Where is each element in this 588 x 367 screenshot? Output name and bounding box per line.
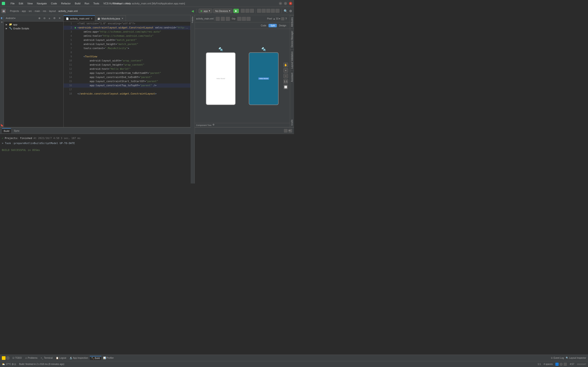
code-line-16: 16 app:layout_constraintTop_toTopOf="par… <box>64 83 190 88</box>
close-button[interactable]: ✕ <box>289 2 292 5</box>
android-icon[interactable]: 🤖 <box>1 9 6 13</box>
api-level-label[interactable]: ▲ 33 ▾ <box>273 17 280 20</box>
preview-eye-btn[interactable] <box>216 17 220 21</box>
device-manager-tab[interactable]: Device Manager <box>290 29 294 49</box>
toolbar-gradle-btn[interactable] <box>262 9 266 13</box>
tab-mainactivity[interactable]: ☕ MainActivity.java ✕ <box>95 15 126 21</box>
view-mode-bar: Code Split Design <box>195 23 290 29</box>
code-line-13: 13 app:layout_constraintBottom_toBottomO… <box>64 71 190 75</box>
menu-build[interactable]: Build <box>74 2 81 5</box>
tab-label-mainactivity: MainActivity.java <box>102 17 120 20</box>
window-controls[interactable]: ─ □ ✕ <box>279 2 292 5</box>
no-devices-label: No Devices <box>215 10 228 12</box>
toolbar-avd-btn[interactable] <box>266 9 270 13</box>
component-tree-settings[interactable]: ⚙ <box>212 123 216 127</box>
menu-run[interactable]: Run <box>84 2 90 5</box>
assistant-tab[interactable]: Assistant <box>290 71 294 84</box>
design-mode-btn[interactable]: Design <box>277 24 288 27</box>
build-panel-close[interactable]: ─ <box>288 129 292 133</box>
preview-dp-label[interactable]: 0dp <box>231 17 237 20</box>
search-button[interactable]: 🔍 <box>284 9 288 13</box>
project-sidebar-icon[interactable]: ◧ <box>0 16 4 20</box>
preview-cursor-btn[interactable] <box>246 17 251 21</box>
preview-toggle-btn[interactable] <box>221 17 225 21</box>
zoom-out-btn[interactable]: − <box>284 74 288 78</box>
separator-2 <box>197 9 197 13</box>
preview-content: 🔩 Hello World! 🔩 Hello World! <box>195 29 290 123</box>
minimize-button[interactable]: ─ <box>279 2 282 5</box>
code-mode-btn[interactable]: Code <box>259 24 268 27</box>
toolbar-sync-btn[interactable] <box>257 9 261 13</box>
breadcrumb-res[interactable]: res <box>43 10 46 12</box>
preview-help-btn[interactable]: ? <box>285 17 288 20</box>
menu-navigate[interactable]: Navigate <box>36 2 48 5</box>
tab-close-activity-main[interactable]: ✕ <box>91 17 93 20</box>
options-btn[interactable]: ≡ <box>47 16 52 20</box>
preview-pen-btn[interactable] <box>242 17 246 21</box>
tree-item-app[interactable]: ▶ 📁 app <box>4 23 63 26</box>
layout-validation-tab[interactable]: Layout Validation <box>290 49 294 71</box>
device-selector[interactable]: No Devices ▾ <box>213 9 233 13</box>
build-panel-settings[interactable] <box>284 129 288 133</box>
navigation-icon[interactable]: ◀ <box>190 9 195 13</box>
preview-toolbar: activity_main.xml 0dp Pixel ▲ 33 ▾ <box>195 15 290 23</box>
breadcrumb-main[interactable]: main <box>35 10 40 12</box>
menu-edit[interactable]: Edit <box>18 2 24 5</box>
editor-tabs: 📄 activity_main.xml ✕ ☕ MainActivity.jav… <box>64 15 190 22</box>
code-editor[interactable]: 1 <?xml version="1.0" encoding="utf-8"?>… <box>64 22 190 127</box>
breadcrumb-layout[interactable]: layout <box>49 10 56 12</box>
split-mode-btn[interactable]: Split <box>268 24 277 27</box>
bottom-panel-tabs: Build Sync ─ <box>0 127 294 134</box>
preview-edit-btn[interactable] <box>237 17 242 21</box>
maximize-button[interactable]: □ <box>284 2 287 5</box>
project-panel: Android ▾ ⊕ ⊖ ≡ ⚙ ✕ ▶ 📁 app ▶ 🔧 <box>4 15 64 127</box>
toolbar-debug-btn[interactable] <box>241 9 245 13</box>
collapse-btn[interactable]: ⊖ <box>42 16 46 20</box>
tab-activity-main[interactable]: 📄 activity_main.xml ✕ <box>64 15 95 21</box>
attributes-tab[interactable]: Attributes <box>290 15 294 29</box>
tree-item-gradle[interactable]: ▶ 🔧 Gradle Scripts <box>4 26 63 30</box>
fit-btn[interactable]: ⬜ <box>284 85 288 89</box>
palette-label[interactable]: Palette <box>191 15 194 24</box>
menu-vcs[interactable]: VCS <box>103 2 110 5</box>
zoom-in-btn[interactable]: + <box>284 68 288 73</box>
menu-tools[interactable]: Tools <box>92 2 100 5</box>
preview-more-btn[interactable] <box>281 17 284 20</box>
breadcrumb-file[interactable]: activity_main.xml <box>58 10 78 12</box>
structure-icon[interactable]: ≡ <box>0 20 4 24</box>
menu-view[interactable]: View <box>26 2 34 5</box>
bottom-panel: Build Sync ─ ✓ Projects: finished At 202… <box>0 127 294 177</box>
code-line-7: 7 tools:context=".MainActivity"> <box>64 46 190 50</box>
menu-code[interactable]: Code <box>50 2 58 5</box>
sync-tab[interactable]: Sync <box>12 128 21 133</box>
component-tree-bar[interactable]: Component Tree ⚙ <box>195 123 290 127</box>
bookmarks-icon[interactable]: 🔖 <box>0 123 4 127</box>
toolbar-profiler-btn[interactable] <box>275 9 279 13</box>
breadcrumb-app[interactable]: app <box>22 10 26 12</box>
run-config-selector[interactable]: ▶ app ▾ <box>199 9 212 13</box>
toolbar-stop-btn[interactable] <box>250 9 254 13</box>
preview-theme-btn[interactable] <box>226 17 230 21</box>
toolbar-sdk-btn[interactable] <box>271 9 275 13</box>
code-line-2: 2 ● <androidx.constraintlayout.widget.Co… <box>64 26 190 30</box>
ratio-btn[interactable]: 1:1 <box>284 79 288 84</box>
settings-icon[interactable]: ⚙ <box>52 16 57 20</box>
close-panel-btn[interactable]: ✕ <box>57 16 61 20</box>
toolbar-attach-btn[interactable] <box>245 9 250 13</box>
breadcrumb-src[interactable]: src <box>28 10 32 12</box>
run-button[interactable]: ▶ <box>233 9 239 13</box>
menu-file[interactable]: File <box>10 2 16 5</box>
hand-tool-btn[interactable]: ✋ <box>284 63 288 67</box>
code-line-11: 11 android:layout_height="wrap_content" <box>64 63 190 67</box>
menu-refactor[interactable]: Refactor <box>60 2 72 5</box>
preview-file-selector[interactable]: activity_main.xml <box>196 17 214 20</box>
tab-close-mainactivity[interactable]: ✕ <box>121 17 123 20</box>
breadcrumb-projects[interactable]: Projects <box>10 10 19 12</box>
scope-btn[interactable]: ⊕ <box>37 16 41 20</box>
settings-button[interactable]: ⚙ <box>288 9 293 13</box>
gradle-tab[interactable]: Gradle <box>290 118 294 127</box>
android-selector[interactable]: Android ▾ <box>6 17 15 19</box>
title-bar: File Edit View Navigate Code Refactor Bu… <box>0 0 294 7</box>
device-label[interactable]: Pixel <box>267 17 272 20</box>
build-tab[interactable]: Build <box>2 128 11 133</box>
